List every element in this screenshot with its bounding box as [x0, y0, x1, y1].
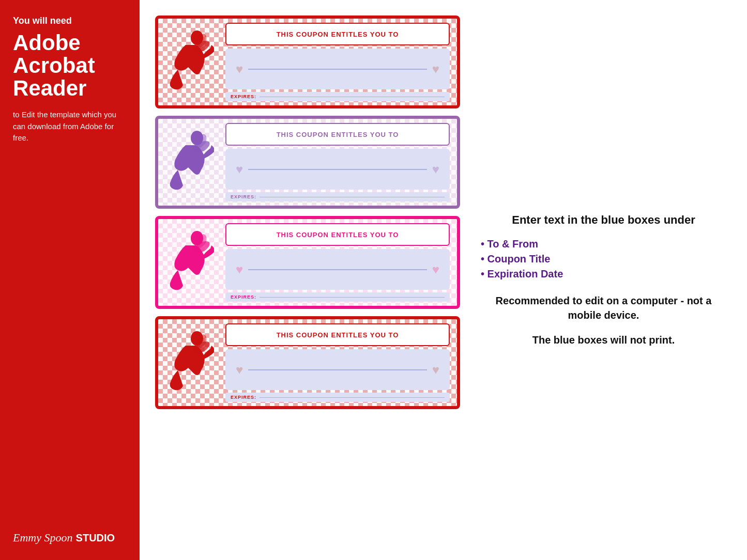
- info-list: To & From Coupon Title Expiration Date: [481, 238, 726, 283]
- coupon-1-body: THIS COUPON ENTITLES YOU TO ♥ ♥ EXPIRES:: [220, 19, 457, 105]
- cupid-1: [158, 19, 220, 105]
- sidebar-description: to Edit the template which you can downl…: [13, 109, 127, 144]
- heart-right-4: ♥: [432, 363, 439, 377]
- coupon-4-expires-label: EXPIRES:: [231, 395, 256, 400]
- coupon-1-expires: EXPIRES:: [225, 92, 450, 101]
- coupon-2-expires-line: [260, 197, 445, 197]
- sidebar-content: You will need AdobeAcrobatReader to Edit…: [13, 15, 127, 144]
- coupon-4-expires-line: [260, 397, 445, 398]
- coupon-2-expires: EXPIRES:: [225, 192, 450, 201]
- you-will-need-label: You will need: [13, 15, 127, 26]
- heart-left-1: ♥: [236, 62, 243, 76]
- sidebar: You will need AdobeAcrobatReader to Edit…: [0, 0, 140, 560]
- coupon-2-title: THIS COUPON ENTITLES YOU TO: [277, 131, 399, 138]
- coupon-3-expires-line: [260, 297, 445, 298]
- coupon-1-line: [248, 69, 427, 70]
- coupon-3: THIS COUPON ENTITLES YOU TO ♥ ♥ EXPIRES:: [155, 216, 460, 309]
- coupon-4-body: THIS COUPON ENTITLES YOU TO ♥ ♥ EXPIRES:: [220, 319, 457, 406]
- heart-left-2: ♥: [236, 162, 243, 177]
- coupon-1-title: THIS COUPON ENTITLES YOU TO: [277, 30, 399, 38]
- info-column: Enter text in the blue boxes under To & …: [470, 15, 737, 545]
- cupid-3: [158, 219, 220, 306]
- main-content: THIS COUPON ENTITLES YOU TO ♥ ♥ EXPIRES:: [140, 0, 747, 560]
- coupon-3-body: THIS COUPON ENTITLES YOU TO ♥ ♥ EXPIRES:: [220, 219, 457, 306]
- heart-right-1: ♥: [432, 62, 439, 76]
- coupon-2-expires-label: EXPIRES:: [231, 194, 256, 199]
- blue-boxes-label: The blue boxes will not print.: [481, 333, 726, 347]
- coupon-3-title: THIS COUPON ENTITLES YOU TO: [277, 231, 399, 239]
- logo-script: Emmy Spoon: [13, 531, 72, 544]
- coupon-1-expires-label: EXPIRES:: [231, 94, 256, 99]
- info-list-item-2: Coupon Title: [481, 253, 726, 265]
- cupid-4: [158, 319, 220, 406]
- heart-right-2: ♥: [432, 162, 439, 177]
- coupon-4-expires: EXPIRES:: [225, 393, 450, 402]
- coupon-3-title-area: THIS COUPON ENTITLES YOU TO: [225, 223, 450, 246]
- coupons-column: THIS COUPON ENTITLES YOU TO ♥ ♥ EXPIRES:: [155, 15, 460, 545]
- recommended-label: Recommended to edit on a computer - not …: [481, 293, 726, 322]
- coupon-4-title: THIS COUPON ENTITLES YOU TO: [277, 331, 399, 339]
- info-list-item-3: Expiration Date: [481, 268, 726, 280]
- coupon-1: THIS COUPON ENTITLES YOU TO ♥ ♥ EXPIRES:: [155, 15, 460, 108]
- coupon-4: THIS COUPON ENTITLES YOU TO ♥ ♥ EXPIRES:: [155, 316, 460, 409]
- heart-left-3: ♥: [236, 262, 243, 277]
- coupon-2-title-area: THIS COUPON ENTITLES YOU TO: [225, 123, 450, 146]
- logo-studio: STUDIO: [76, 532, 115, 543]
- coupon-3-expires: EXPIRES:: [225, 292, 450, 302]
- coupon-1-expires-line: [260, 97, 445, 97]
- heart-left-4: ♥: [236, 363, 243, 377]
- enter-text-label: Enter text in the blue boxes under: [481, 213, 726, 228]
- coupon-1-title-area: THIS COUPON ENTITLES YOU TO: [225, 23, 450, 45]
- coupon-3-line: [248, 269, 427, 270]
- info-list-item-1: To & From: [481, 238, 726, 250]
- coupon-2: THIS COUPON ENTITLES YOU TO ♥ ♥ EXPIRES:: [155, 116, 460, 209]
- coupon-3-content: ♥ ♥: [225, 249, 450, 290]
- coupon-4-line: [248, 369, 427, 370]
- adobe-title: AdobeAcrobatReader: [13, 32, 127, 100]
- coupon-1-content: ♥ ♥: [225, 49, 450, 89]
- sidebar-logo: Emmy Spoon STUDIO: [13, 531, 127, 545]
- coupon-2-content: ♥ ♥: [225, 149, 450, 190]
- coupon-4-title-area: THIS COUPON ENTITLES YOU TO: [225, 323, 450, 346]
- heart-right-3: ♥: [432, 262, 439, 277]
- coupon-3-expires-label: EXPIRES:: [231, 294, 256, 300]
- coupon-2-body: THIS COUPON ENTITLES YOU TO ♥ ♥ EXPIRES:: [220, 119, 457, 206]
- coupon-4-content: ♥ ♥: [225, 349, 450, 390]
- coupon-2-line: [248, 169, 427, 170]
- cupid-2: [158, 119, 220, 206]
